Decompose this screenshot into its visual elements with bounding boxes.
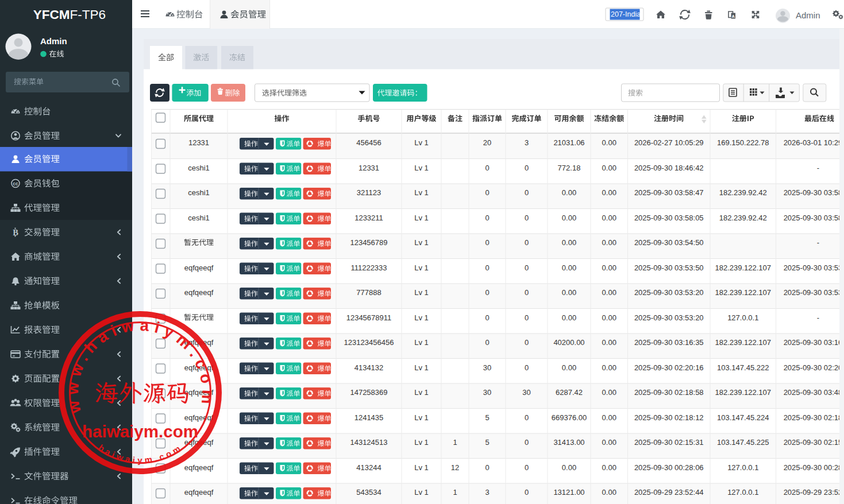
svg-text:2025-09-30 03:54:50: 2025-09-30 03:54:50 xyxy=(634,238,704,247)
svg-text:0: 0 xyxy=(525,488,529,497)
svg-text:2025-09-30 02:15:31: 2025-09-30 02:15:31 xyxy=(634,438,704,447)
svg-text:2025-09-30 02:15:47: 2025-09-30 02:15:47 xyxy=(784,438,844,447)
svg-text:1241435: 1241435 xyxy=(354,413,384,422)
svg-text:2025-09-29 23:52:44: 2025-09-29 23:52:44 xyxy=(634,488,704,497)
svg-text:ceshi1: ceshi1 xyxy=(188,214,210,222)
svg-text:0: 0 xyxy=(525,313,529,322)
svg-text:0: 0 xyxy=(525,288,529,297)
svg-text:Lv 1: Lv 1 xyxy=(414,288,429,297)
svg-text:2025-09-30 03:58:52: 2025-09-30 03:58:52 xyxy=(784,188,844,197)
svg-text:2026-03-01 10:29:55: 2026-03-01 10:29:55 xyxy=(784,138,844,147)
svg-text:Lv 1: Lv 1 xyxy=(414,313,429,322)
svg-text:eqfqeeqf: eqfqeeqf xyxy=(184,463,214,472)
svg-text:haiwaiym.com: haiwaiym.com xyxy=(82,422,198,441)
svg-text:2025-09-30 03:48:34: 2025-09-30 03:48:34 xyxy=(784,388,844,397)
svg-text:0: 0 xyxy=(525,188,529,197)
svg-text:A: A xyxy=(731,14,735,19)
svg-text:127.0.0.1: 127.0.0.1 xyxy=(727,313,758,322)
svg-text:123456789: 123456789 xyxy=(350,238,387,247)
svg-text:eqfqeeqf: eqfqeeqf xyxy=(184,263,214,272)
svg-text:Lv 1: Lv 1 xyxy=(414,138,429,147)
svg-text:2025-09-30 02:20:16: 2025-09-30 02:20:16 xyxy=(634,363,704,372)
svg-text:0.00: 0.00 xyxy=(602,363,616,372)
svg-text:0: 0 xyxy=(485,313,489,322)
svg-text:ceshi1: ceshi1 xyxy=(188,164,210,172)
svg-text:103.147.45.222: 103.147.45.222 xyxy=(717,363,769,372)
svg-text:2025-09-30 02:18:58: 2025-09-30 02:18:58 xyxy=(634,388,704,397)
svg-text:eqfqeeqf: eqfqeeqf xyxy=(184,288,214,297)
svg-text:0.00: 0.00 xyxy=(602,188,616,197)
svg-text:30: 30 xyxy=(522,388,530,397)
svg-text:0.00: 0.00 xyxy=(562,214,576,222)
svg-text:Lv 1: Lv 1 xyxy=(414,263,429,272)
svg-text:0.00: 0.00 xyxy=(602,388,616,397)
svg-text:2025-09-30 03:53:20: 2025-09-30 03:53:20 xyxy=(634,313,704,322)
svg-text:0.00: 0.00 xyxy=(562,238,576,247)
svg-text:21031.06: 21031.06 xyxy=(553,138,584,147)
svg-text:2025-09-30 18:46:42: 2025-09-30 18:46:42 xyxy=(634,164,704,172)
svg-text:31413.00: 31413.00 xyxy=(553,438,584,447)
svg-text:Lv 1: Lv 1 xyxy=(414,238,429,247)
svg-text:182.239.122.107: 182.239.122.107 xyxy=(715,288,771,297)
svg-text:40200.00: 40200.00 xyxy=(553,338,584,347)
svg-text:0: 0 xyxy=(485,214,489,222)
svg-text:0.00: 0.00 xyxy=(602,463,616,472)
svg-text:3: 3 xyxy=(485,488,489,497)
svg-text:2025-09-30 03:16:35: 2025-09-30 03:16:35 xyxy=(634,338,704,347)
svg-text:0.00: 0.00 xyxy=(602,313,616,322)
svg-text:0.00: 0.00 xyxy=(602,338,616,347)
svg-text:2025-09-30 03:53:28: 2025-09-30 03:53:28 xyxy=(784,288,844,297)
svg-text:0.00: 0.00 xyxy=(602,214,616,222)
svg-text:0: 0 xyxy=(525,438,529,447)
svg-text:12331: 12331 xyxy=(188,138,209,147)
svg-text:1: 1 xyxy=(453,438,457,447)
svg-text:169.150.222.78: 169.150.222.78 xyxy=(717,138,769,147)
svg-text:2025-09-30 03:53:50: 2025-09-30 03:53:50 xyxy=(634,263,704,272)
svg-text:103.147.45.224: 103.147.45.224 xyxy=(717,413,769,422)
svg-text:2025-09-30 00:28:19: 2025-09-30 00:28:19 xyxy=(784,463,844,472)
svg-text:0: 0 xyxy=(525,263,529,272)
svg-text:Lv 1: Lv 1 xyxy=(414,488,429,497)
svg-text:2025-09-30 00:28:06: 2025-09-30 00:28:06 xyxy=(634,463,704,472)
svg-text:Lv 1: Lv 1 xyxy=(414,363,429,372)
svg-text:30: 30 xyxy=(483,363,491,372)
svg-text:0.00: 0.00 xyxy=(602,413,616,422)
svg-text:0.00: 0.00 xyxy=(602,138,616,147)
svg-text:12331: 12331 xyxy=(359,164,379,172)
svg-text:0: 0 xyxy=(485,288,489,297)
svg-text:5: 5 xyxy=(485,413,489,422)
svg-text:0.00: 0.00 xyxy=(602,238,616,247)
svg-text:0.00: 0.00 xyxy=(562,313,576,322)
svg-text:0.00: 0.00 xyxy=(602,164,616,172)
svg-text:-: - xyxy=(817,164,819,172)
svg-text:111222333: 111222333 xyxy=(350,263,387,272)
svg-text:2025-09-30 02:18:12: 2025-09-30 02:18:12 xyxy=(634,413,704,422)
svg-text:cc: cc xyxy=(13,181,18,187)
svg-text:2025-09-29 23:52:58: 2025-09-29 23:52:58 xyxy=(784,488,844,497)
svg-text:123123456456: 123123456456 xyxy=(344,338,394,347)
svg-text:0.00: 0.00 xyxy=(602,438,616,447)
svg-text:143124513: 143124513 xyxy=(350,438,387,447)
svg-text:20: 20 xyxy=(483,138,491,147)
svg-text:2025-09-30 03:58:47: 2025-09-30 03:58:47 xyxy=(634,188,704,197)
svg-text:0: 0 xyxy=(485,238,489,247)
svg-text:2025-09-30 02:20:35: 2025-09-30 02:20:35 xyxy=(784,363,844,372)
svg-text:182.239.92.42: 182.239.92.42 xyxy=(719,188,767,197)
svg-text:127.0.0.1: 127.0.0.1 xyxy=(727,488,758,497)
svg-text:2025-09-30 02:18:40: 2025-09-30 02:18:40 xyxy=(784,413,844,422)
svg-text:0: 0 xyxy=(525,238,529,247)
svg-text:1233211: 1233211 xyxy=(354,214,383,222)
svg-text:Lv 1: Lv 1 xyxy=(414,188,429,197)
svg-text:0.00: 0.00 xyxy=(562,188,576,197)
svg-text:182.239.122.107: 182.239.122.107 xyxy=(715,388,771,397)
svg-text:0: 0 xyxy=(525,338,529,347)
svg-text:0: 0 xyxy=(485,263,489,272)
svg-text:182.239.122.107: 182.239.122.107 xyxy=(715,338,771,347)
svg-text:Admin: Admin xyxy=(796,10,820,20)
svg-text:0.00: 0.00 xyxy=(562,288,576,297)
svg-text:12: 12 xyxy=(451,463,459,472)
svg-text:0: 0 xyxy=(485,463,489,472)
svg-text:eqfqeeqf: eqfqeeqf xyxy=(184,413,214,422)
svg-text:Lv 1: Lv 1 xyxy=(414,413,429,422)
svg-text:1: 1 xyxy=(453,488,457,497)
